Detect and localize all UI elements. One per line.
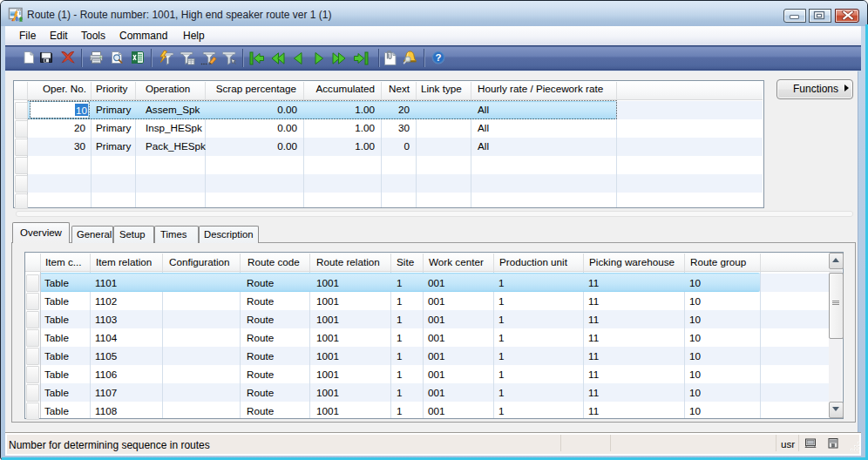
svg-text:?: ? <box>435 52 441 63</box>
